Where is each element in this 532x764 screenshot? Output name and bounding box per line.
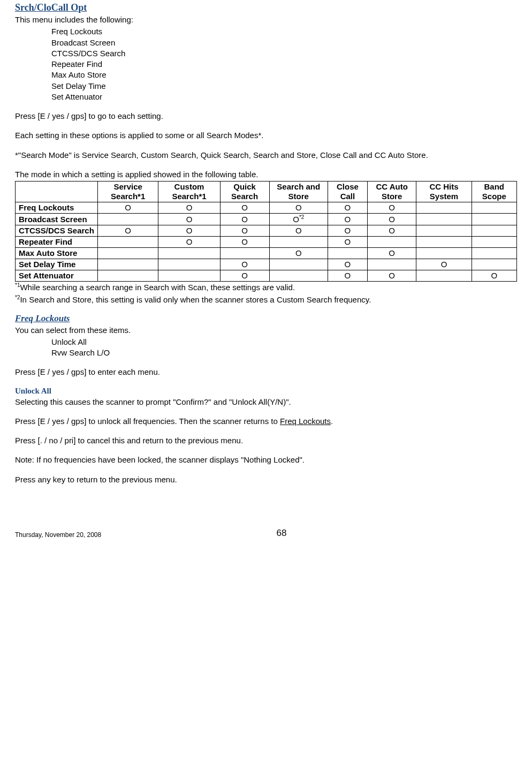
table-cell <box>97 270 158 282</box>
intro-line: This menu includes the following: <box>15 14 517 25</box>
footnote-1: *1While searching a search range in Sear… <box>15 282 517 293</box>
table-header: Custom Search*1 <box>158 181 220 202</box>
table-cell <box>472 248 516 259</box>
footer-spacer <box>515 531 517 539</box>
footer-date: Thursday, November 20, 2008 <box>15 531 101 539</box>
table-row-label: Max Auto Store <box>16 248 98 259</box>
menu-item: Set Attenuator <box>51 92 517 102</box>
table-cell: O <box>328 225 367 237</box>
table-cell <box>472 202 516 214</box>
table-row-label: Repeater Find <box>16 237 98 248</box>
table-header: Band Scope <box>472 181 516 202</box>
table-cell <box>220 248 269 259</box>
applied-paragraph: Each setting in these options is applied… <box>15 130 517 141</box>
table-row-label: Set Attenuator <box>16 270 98 282</box>
menu-item: Freq Lockouts <box>51 26 517 37</box>
table-cell: O <box>416 259 472 270</box>
search-mode-definition: *"Search Mode" is Service Search, Custom… <box>15 150 517 161</box>
table-cell <box>97 259 158 270</box>
table-header: Close Call <box>328 181 367 202</box>
table-cell: O <box>220 202 269 214</box>
table-cell: O*2 <box>269 214 328 225</box>
table-cell: O <box>328 214 367 225</box>
table-cell: O <box>269 225 328 237</box>
table-intro: The mode in which a setting is applied s… <box>15 169 517 180</box>
table-cell: O <box>97 225 158 237</box>
footnote-2: *2In Search and Store, this setting is v… <box>15 294 517 305</box>
freq-item: Rvw Search L/O <box>51 347 517 358</box>
table-cell <box>472 237 516 248</box>
table-cell <box>97 237 158 248</box>
page-footer: Thursday, November 20, 2008 68 <box>15 528 517 539</box>
freq-item-list: Unlock All Rvw Search L/O <box>15 337 517 359</box>
table-cell <box>367 259 416 270</box>
menu-item: CTCSS/DCS Search <box>51 48 517 59</box>
table-row: Broadcast ScreenOOO*2OO <box>16 214 517 225</box>
table-cell <box>416 214 472 225</box>
table-cell: O <box>367 214 416 225</box>
table-row: CTCSS/DCS SearchOOOOOO <box>16 225 517 237</box>
menu-item-list: Freq Lockouts Broadcast Screen CTCSS/DCS… <box>15 26 517 102</box>
menu-item: Repeater Find <box>51 59 517 70</box>
table-cell <box>97 214 158 225</box>
unlock-p3: Press [. / no / pri] to cancel this and … <box>15 435 517 446</box>
table-cell <box>472 259 516 270</box>
freq-item: Unlock All <box>51 337 517 347</box>
table-cell <box>269 259 328 270</box>
table-cell: O <box>158 214 220 225</box>
table-cell <box>328 248 367 259</box>
table-cell <box>416 237 472 248</box>
table-cell <box>269 270 328 282</box>
section-heading-srch-clocall: Srch/CloCall Opt <box>15 2 517 13</box>
table-cell: O <box>269 248 328 259</box>
table-header: Quick Search <box>220 181 269 202</box>
table-cell <box>158 270 220 282</box>
settings-mode-table: Service Search*1 Custom Search*1 Quick S… <box>15 181 517 282</box>
table-cell: O <box>367 225 416 237</box>
table-cell <box>158 248 220 259</box>
table-cell: O <box>158 202 220 214</box>
table-row-label: Freq Lockouts <box>16 202 98 214</box>
table-cell: O <box>220 237 269 248</box>
table-row-label: CTCSS/DCS Search <box>16 225 98 237</box>
footnote-1-text: While searching a search range in Search… <box>20 283 295 292</box>
unlock-p2-b: . <box>331 417 333 426</box>
table-row-label: Set Delay Time <box>16 259 98 270</box>
table-cell: O <box>158 237 220 248</box>
table-cell: O <box>220 225 269 237</box>
table-cell: O <box>367 202 416 214</box>
table-cell <box>472 214 516 225</box>
table-cell: O <box>367 270 416 282</box>
table-cell <box>367 237 416 248</box>
footnote-2-text: In Search and Store, this setting is val… <box>20 295 371 304</box>
unlock-p2-link: Freq Lockouts <box>280 417 331 426</box>
table-cell: O <box>328 202 367 214</box>
table-cell: O <box>328 270 367 282</box>
table-row: Set AttenuatorOOOO <box>16 270 517 282</box>
subsection-heading-freq-lockouts: Freq Lockouts <box>15 313 517 324</box>
table-header: CC Auto Store <box>367 181 416 202</box>
subsubsection-heading-unlock-all: Unlock All <box>15 387 517 396</box>
table-row: Max Auto StoreOO <box>16 248 517 259</box>
press-instructions: Press [E / yes / gps] to go to each sett… <box>15 111 517 122</box>
table-row: Freq LockoutsOOOOOO <box>16 202 517 214</box>
table-cell <box>416 225 472 237</box>
menu-item: Broadcast Screen <box>51 37 517 48</box>
table-row-label: Broadcast Screen <box>16 214 98 225</box>
unlock-p2: Press [E / yes / gps] to unlock all freq… <box>15 416 517 427</box>
table-header: Service Search*1 <box>97 181 158 202</box>
table-cell: O <box>328 259 367 270</box>
table-cell: O <box>220 270 269 282</box>
table-cell <box>416 270 472 282</box>
table-cell: O <box>269 202 328 214</box>
table-header-empty <box>16 181 98 202</box>
table-row: Set Delay TimeOOO <box>16 259 517 270</box>
table-cell: O <box>97 202 158 214</box>
table-cell: O <box>220 259 269 270</box>
table-cell <box>472 225 516 237</box>
table-cell <box>416 202 472 214</box>
menu-item: Set Delay Time <box>51 81 517 92</box>
unlock-p2-a: Press [E / yes / gps] to unlock all freq… <box>15 417 280 426</box>
footer-page-number: 68 <box>276 528 286 539</box>
table-cell: O <box>472 270 516 282</box>
